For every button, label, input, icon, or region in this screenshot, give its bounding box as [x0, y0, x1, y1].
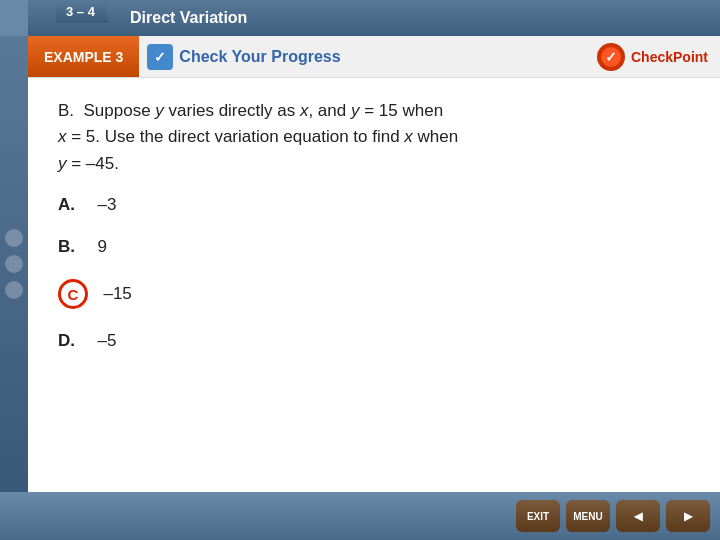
prev-icon: ◀ [634, 510, 642, 523]
content-body: B. Suppose y varies directly as x, and y… [28, 78, 720, 383]
left-decoration [0, 36, 28, 492]
lesson-tab: 3 – 4 [56, 0, 109, 23]
check-icon: ✓ [147, 44, 173, 70]
example-badge: EXAMPLE 3 [28, 36, 139, 77]
exit-label: EXIT [527, 511, 549, 522]
answer-choice-c[interactable]: C –15 [58, 279, 690, 309]
menu-label: MENU [573, 511, 602, 522]
question-line1: B. Suppose y varies directly as x, and y… [58, 101, 443, 120]
checkpoint-svg-icon: ✓ [595, 41, 627, 73]
choice-value-b: 9 [88, 237, 107, 257]
checkpoint-label: CheckPoint [631, 49, 708, 65]
deco-circle-1 [5, 229, 23, 247]
choice-label-b: B. [58, 237, 88, 257]
lesson-number: 3 – 4 [66, 4, 95, 19]
example-header: EXAMPLE 3 ✓ Check Your Progress ✓ CheckP… [28, 36, 720, 78]
check-progress-area: ✓ Check Your Progress [147, 44, 595, 70]
answer-choice-a[interactable]: A. –3 [58, 195, 690, 215]
next-button[interactable]: ▶ [666, 500, 710, 532]
example-label: EXAMPLE 3 [44, 49, 123, 65]
question-text: B. Suppose y varies directly as x, and y… [58, 98, 690, 177]
checkpoint-badge: ✓ CheckPoint [595, 41, 708, 73]
answer-choice-b[interactable]: B. 9 [58, 237, 690, 257]
question-line3: y = –45. [58, 154, 119, 173]
lesson-title-bar: 3 – 4 Direct Variation [28, 0, 720, 36]
answer-choice-d[interactable]: D. –5 [58, 331, 690, 351]
lesson-title: Direct Variation [130, 9, 247, 27]
bottom-navigation-bar: EXIT MENU ◀ ▶ [0, 492, 720, 540]
choice-value-c: –15 [94, 284, 132, 304]
deco-circle-3 [5, 281, 23, 299]
next-icon: ▶ [684, 510, 692, 523]
correct-circle: C [58, 279, 88, 309]
exit-button[interactable]: EXIT [516, 500, 560, 532]
check-mark: ✓ [154, 49, 166, 65]
choice-label-d: D. [58, 331, 88, 351]
svg-text:✓: ✓ [605, 49, 617, 65]
prev-button[interactable]: ◀ [616, 500, 660, 532]
main-content: EXAMPLE 3 ✓ Check Your Progress ✓ CheckP… [28, 36, 720, 492]
check-progress-label: Check Your Progress [179, 48, 340, 66]
deco-circle-2 [5, 255, 23, 273]
choice-label-a: A. [58, 195, 88, 215]
menu-button[interactable]: MENU [566, 500, 610, 532]
choice-value-d: –5 [88, 331, 116, 351]
question-line2: x = 5. Use the direct variation equation… [58, 127, 458, 146]
choice-value-a: –3 [88, 195, 116, 215]
